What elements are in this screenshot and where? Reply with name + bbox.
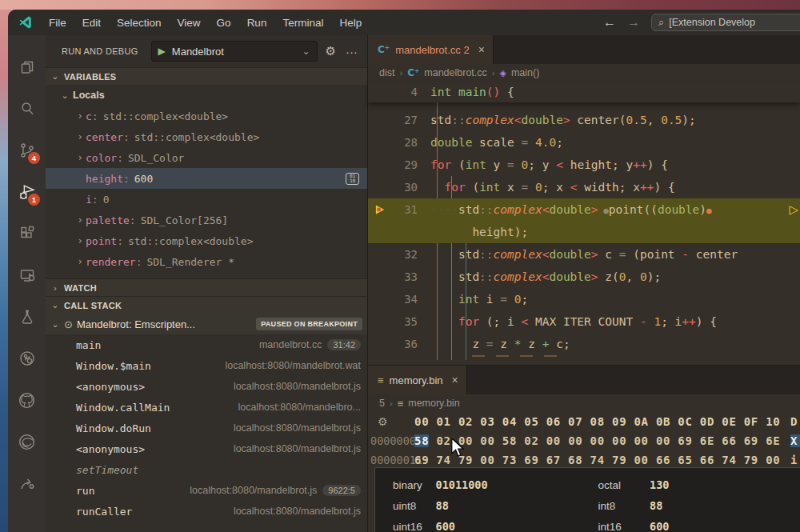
editor-group-memory: ≡ memory.bin × 5 › ≡ memory.bin ⚙ 00 01 … (368, 365, 800, 532)
stack-frame[interactable]: Window.$main localhost:8080/mandelbrot.w… (46, 355, 367, 376)
tab-memory-bin[interactable]: ≡ memory.bin × (368, 366, 467, 394)
call-stack-section-header[interactable]: ⌄ CALL STACK (46, 296, 367, 314)
sticky-scroll-line[interactable]: 4 int main() { (368, 82, 800, 102)
tab-label: mandelbrot.cc 2 (395, 44, 470, 56)
inspector-label: uint16 (393, 521, 436, 532)
menu-file[interactable]: File (41, 14, 74, 32)
menu-help[interactable]: Help (331, 14, 370, 32)
colon: : (136, 256, 142, 268)
breadcrumb[interactable]: dist › C⁺ mandelbrot.cc › ◈ main() (368, 64, 800, 82)
hex-bytes[interactable]: 58 02 00 00 58 02 00 00 00 00 00 00 69 6… (414, 434, 780, 447)
command-center-search[interactable]: ⌕ [Extension Develop (651, 14, 800, 31)
menu-view[interactable]: View (170, 14, 209, 32)
code-line-35[interactable]: 35 for (; i < MAX_ITER_COUNT - 1; i++) { (368, 310, 800, 333)
chevron-right-icon: › (74, 131, 86, 142)
code-line-30[interactable]: 30 for (int x = 0; x < width; x++) { (368, 176, 800, 198)
stack-frame[interactable]: <anonymous> localhost:8080/mandelbrot.js (46, 376, 367, 397)
gear-icon[interactable]: ⚙ (324, 42, 338, 60)
github-icon[interactable] (8, 379, 46, 421)
close-icon[interactable]: × (478, 43, 485, 56)
watch-section-header[interactable]: › WATCH (46, 278, 367, 296)
code-line-34[interactable]: 34 int i = 0; (368, 288, 800, 310)
view-binary-data-icon[interactable]: 0110 (346, 173, 359, 185)
variable-row-center[interactable]: › center: std::complex<double> (46, 126, 367, 147)
breadcrumb-file[interactable]: mandelbrot.cc (424, 67, 487, 78)
stack-frame-run[interactable]: run localhost:8080/mandelbrot.js 9622:5 (46, 480, 367, 501)
breadcrumb-dist[interactable]: dist (379, 67, 394, 78)
code-line-31-wrap[interactable]: height); (368, 221, 800, 243)
variable-row-c[interactable]: › c: std::complex<double> (46, 106, 367, 126)
stack-frame[interactable]: Window.callMain localhost:8080/mandelbro… (46, 397, 367, 418)
code-line-29[interactable]: 29 for (int y = 0; y < height; y++) { (368, 154, 800, 176)
frame-source: localhost:8080/mandelbrot.wat (225, 360, 361, 371)
locals-scope[interactable]: ⌄ Locals (46, 85, 367, 106)
menu-terminal[interactable]: Terminal (274, 14, 331, 32)
stack-frame-main[interactable]: main mandelbrot.cc 31:42 (46, 334, 367, 355)
variable-value: SDL_Color[256] (141, 214, 229, 226)
hex-row-0[interactable]: 00000000 58 02 00 00 58 02 00 00 00 00 0… (368, 431, 800, 450)
menu-selection[interactable]: Selection (109, 14, 170, 32)
code-text: std::complex<double> center(0.5, 0.5); (430, 114, 800, 126)
code-line-28[interactable]: 28 double scale = 4.0; (368, 131, 800, 154)
variable-row-palette[interactable]: › palette: SDL_Color[256] (46, 210, 367, 230)
stack-frame[interactable]: runCaller localhost:8080/mandelbrot.js (46, 501, 367, 522)
instruction-pointer-icon: ▷ (789, 202, 798, 217)
breakpoint-paused-icon[interactable] (374, 204, 386, 216)
breadcrumb-file[interactable]: memory.bin (408, 398, 459, 409)
code-line-32[interactable]: 32 std::complex<double> c = (point - cen… (368, 243, 800, 266)
line-number: 33 (368, 270, 430, 283)
code-line-36[interactable]: 36 z = z * z + c; (368, 333, 800, 355)
tab-mandelbrot-cc[interactable]: C⁺ mandelbrot.cc 2 × (368, 35, 494, 64)
launch-config-dropdown[interactable]: ▶ Mandelbrot ⌄ (151, 41, 318, 62)
navigate-back-icon[interactable]: ← (603, 15, 616, 30)
stack-frame[interactable]: <anonymous> localhost:8080/mandelbrot.js (46, 438, 367, 459)
breadcrumb-symbol[interactable]: main() (511, 67, 539, 78)
more-actions-icon[interactable]: ··· (344, 43, 359, 60)
stack-frame-settimeout[interactable]: setTimeout (46, 459, 367, 480)
references-icon[interactable] (8, 338, 46, 379)
memory-breadcrumb[interactable]: 5 › ≡ memory.bin (368, 394, 800, 412)
code-line-31-current[interactable]: 31 ····std::complex<double> ●point((doub… (368, 198, 800, 221)
frame-name: runCaller (76, 506, 132, 518)
start-debug-icon[interactable]: ▶ (158, 46, 166, 57)
desktop-wallpaper (0, 0, 800, 10)
code-area[interactable]: 27 std::complex<double> center(0.5, 0.5)… (368, 102, 800, 365)
variable-row-point[interactable]: › point: std::complex<double> (46, 230, 367, 251)
navigate-forward-icon[interactable]: → (627, 15, 640, 30)
colon: : (123, 173, 130, 185)
debug-session-row[interactable]: ⌄ ⊙ Mandelbrot: Emscripten... PAUSED ON … (46, 314, 367, 334)
search-sidebar-icon[interactable] (8, 88, 46, 130)
code-line-33[interactable]: 33 std::complex<double> z(0, 0); (368, 266, 800, 288)
hex-bytes[interactable]: 69 74 79 00 73 69 67 68 74 79 00 66 65 6… (414, 454, 780, 466)
testing-icon[interactable] (8, 296, 46, 338)
run-and-debug-icon[interactable]: 1 (8, 171, 46, 213)
stack-frame[interactable]: Window.doRun localhost:8080/mandelbrot.j… (46, 418, 367, 438)
inspector-row: uint16 600 int16 600 (393, 516, 800, 532)
variables-section-header[interactable]: ⌄ VARIABLES (46, 67, 367, 85)
colon: : (130, 214, 136, 226)
explorer-icon[interactable] (8, 46, 46, 88)
hex-settings-gear-icon[interactable]: ⚙ (368, 415, 414, 428)
live-share-icon[interactable] (8, 462, 46, 504)
remote-explorer-icon[interactable] (8, 254, 46, 296)
menu-go[interactable]: Go (209, 14, 239, 32)
edge-devtools-icon[interactable] (8, 421, 46, 462)
extensions-icon[interactable] (8, 213, 46, 254)
code-line-27[interactable]: 27 std::complex<double> center(0.5, 0.5)… (368, 109, 800, 131)
menu-run[interactable]: Run (239, 14, 275, 32)
variable-row-color[interactable]: › color: SDL_Color (46, 147, 367, 168)
source-control-icon[interactable]: 4 (8, 130, 46, 171)
hex-header-row: ⚙ 00 01 02 03 04 05 06 07 08 09 0A 0B 0C… (368, 412, 800, 431)
inspector-label: octal (598, 479, 650, 491)
variable-row-renderer[interactable]: › renderer: SDL_Renderer * (46, 251, 367, 272)
variable-row-i[interactable]: i: 0 (46, 189, 367, 210)
menu-edit[interactable]: Edit (74, 14, 109, 32)
breadcrumb-session[interactable]: 5 (379, 398, 385, 409)
close-icon[interactable]: × (452, 374, 458, 386)
bug-icon: ⊙ (64, 318, 73, 330)
line-number: 32 (368, 248, 430, 261)
variable-row-height[interactable]: height: 600 0110 (46, 168, 367, 189)
chevron-down-icon: ⌄ (50, 300, 60, 310)
breadcrumb-sep-icon: › (399, 68, 402, 78)
selected-byte[interactable]: 58 (414, 434, 429, 447)
